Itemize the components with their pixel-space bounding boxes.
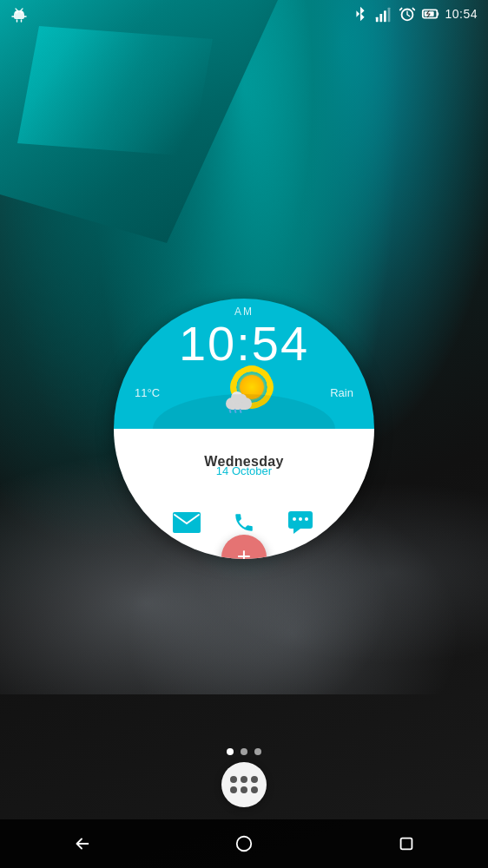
- home-icon: [234, 834, 254, 853]
- grid-dot: [241, 776, 247, 783]
- page-dots: [227, 748, 261, 755]
- mail-button[interactable]: [170, 506, 203, 539]
- svg-point-21: [237, 837, 252, 852]
- back-button[interactable]: [63, 825, 101, 863]
- chat-button[interactable]: [285, 506, 318, 539]
- svg-rect-8: [376, 17, 379, 22]
- weather-icon: [226, 375, 264, 410]
- widget-top: AM 10:54 11°C Rain: [114, 299, 374, 429]
- mail-icon: [173, 512, 201, 533]
- fab-plus-icon: +: [237, 544, 251, 559]
- signal-icon: [374, 4, 393, 23]
- bluetooth-icon: [351, 4, 370, 23]
- recents-button[interactable]: [387, 825, 425, 863]
- grid-dot: [251, 776, 258, 783]
- clock-display: 10:54: [179, 319, 309, 368]
- status-icons: 10:54: [351, 4, 478, 23]
- widget-container: AM 10:54 11°C Rain: [114, 299, 374, 559]
- rain-drops: [229, 409, 241, 413]
- status-bar: 10:54: [0, 0, 488, 28]
- svg-rect-18: [293, 517, 296, 521]
- page-dot-1[interactable]: [227, 748, 234, 755]
- sun-icon: [240, 375, 264, 399]
- rain-drop: [229, 409, 232, 413]
- grid-dot: [251, 786, 258, 793]
- cloud-icon: [226, 392, 254, 410]
- grid-dot: [230, 786, 237, 793]
- navigation-bar: [0, 819, 488, 868]
- svg-rect-22: [401, 838, 412, 850]
- page-dot-3[interactable]: [254, 748, 261, 755]
- grid-dot: [230, 776, 237, 783]
- rain-drop: [240, 409, 242, 413]
- svg-rect-20: [305, 517, 308, 521]
- weather-row: 11°C Rain: [114, 372, 374, 413]
- cloud-body: [226, 398, 252, 410]
- widget-circle[interactable]: AM 10:54 11°C Rain: [114, 299, 374, 559]
- svg-rect-11: [388, 8, 391, 23]
- svg-rect-19: [299, 517, 302, 521]
- widget-bottom: Wednesday 14 October: [114, 429, 374, 559]
- svg-rect-9: [380, 14, 383, 22]
- dots-grid: [230, 776, 258, 793]
- weather-condition-label: Rain: [330, 386, 353, 399]
- svg-rect-15: [438, 12, 439, 16]
- alarm-icon: [398, 4, 417, 23]
- status-left: [10, 5, 28, 23]
- date-section: Wednesday 14 October: [204, 454, 283, 477]
- app-drawer-button[interactable]: [221, 762, 267, 807]
- temperature-label: 11°C: [135, 386, 160, 399]
- chat-icon: [288, 511, 314, 534]
- page-dot-2[interactable]: [241, 748, 247, 755]
- android-icon: [10, 5, 28, 23]
- svg-rect-10: [384, 10, 386, 22]
- back-icon: [72, 834, 91, 853]
- home-button[interactable]: [225, 825, 263, 863]
- recents-icon: [397, 834, 416, 853]
- grid-dot: [241, 786, 247, 793]
- rain-drop: [234, 409, 237, 413]
- battery-icon: [421, 4, 440, 23]
- date-label: 14 October: [216, 464, 272, 477]
- phone-icon: [233, 511, 255, 534]
- status-time: 10:54: [445, 7, 478, 21]
